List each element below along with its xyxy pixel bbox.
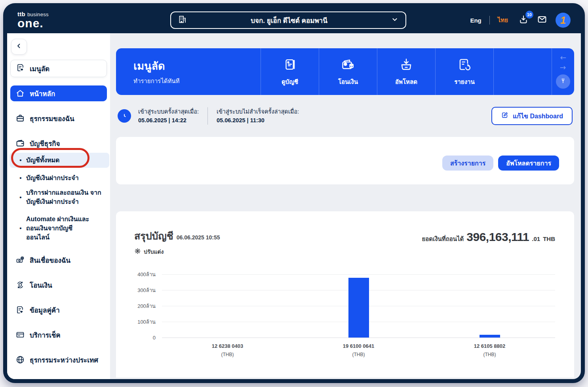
- gridline: [162, 274, 555, 275]
- create-transaction-button[interactable]: สร้างรายการ: [442, 156, 493, 171]
- sidebar-item-my-transactions[interactable]: ธุรกรรมของฉัน: [10, 110, 107, 126]
- sidebar-item-my-loans[interactable]: สินเชื่อของฉัน: [10, 252, 107, 268]
- wallet-icon: [15, 138, 25, 148]
- summary-timestamp: 06.06.2025 10:55: [177, 234, 220, 241]
- available-balance-label: ยอดเงินที่ถอนได้: [422, 234, 464, 244]
- sidebar-item-label: บริการเช็ค: [30, 330, 61, 340]
- download-count-badge: 10: [525, 11, 533, 19]
- quick-action-reports[interactable]: รายงาน: [435, 48, 493, 95]
- sidebar-item-transfer[interactable]: โอนเงิน: [10, 277, 107, 293]
- sidebar-item-deposit-withdraw-service[interactable]: บริการฝากและถอนเงิน จากบัญชีเงินฝากประจำ: [10, 188, 107, 206]
- category-label: 19 6100 0641(THB): [293, 343, 424, 357]
- sidebar-item-fixed-deposit-accounts[interactable]: บัญชีเงินฝากประจำ: [10, 173, 107, 182]
- sidebar-item-label: ธุรกรรมของฉัน: [30, 113, 74, 124]
- quick-action-transfer[interactable]: โอนเงิน: [319, 48, 377, 95]
- sidebar-item-home[interactable]: หน้าหลัก: [10, 85, 107, 101]
- shortcut-banner: เมนูลัด ทำรายการได้ทันที ดูบัญชี: [116, 48, 574, 95]
- chart-bar: [348, 278, 369, 338]
- customize-shortcuts-button[interactable]: [556, 74, 570, 89]
- transactions-actions-card: สร้างรายการ อัพโหลดรายการ: [116, 137, 574, 184]
- y-tick-label: 400ล้าน: [137, 270, 156, 279]
- sidebar-item-label: หน้าหลัก: [30, 88, 55, 99]
- profile-avatar[interactable]: 1: [556, 13, 571, 28]
- sidebar-item-label: เมนูลัด: [30, 63, 49, 74]
- cheque-card-icon: [15, 330, 25, 340]
- quick-action-label: โอนเงิน: [338, 77, 358, 87]
- last-failed-label: เข้าสู่ระบบไม่สำเร็จครั้งล่าสุดเมื่อ:: [217, 107, 299, 116]
- sidebar-item-automate-deposit-withdraw[interactable]: Automate ฝากเงินและ ถอนเงินจากบัญชี ออนไ…: [10, 214, 107, 242]
- chevron-left-icon: [15, 42, 23, 51]
- globe-icon: [15, 355, 25, 364]
- chevron-down-icon: [390, 15, 399, 25]
- last-login-info: เข้าสู่ระบบครั้งล่าสุดเมื่อ: 05.06.2025 …: [138, 107, 199, 125]
- customize-label: ปรับแต่ง: [144, 247, 164, 256]
- clipboard-heart-icon: [15, 305, 25, 315]
- sidebar-item-partner-info[interactable]: ข้อมูลคู่ค้า: [10, 302, 107, 318]
- chart-plot: [162, 274, 555, 338]
- sidebar-item-label: บัญชีธุรกิจ: [30, 138, 60, 149]
- company-selector[interactable]: บจก. ยูเอ็ก ดีไซต์ คอมพานี: [170, 11, 406, 29]
- sidebar-nav: หน้าหลัก ธุรกรรมของฉัน: [10, 85, 107, 368]
- y-tick-label: 0: [153, 335, 156, 341]
- passbook-icon: [282, 57, 297, 74]
- sidebar-item-label: บริการฝากและถอนเงิน จากบัญชีเงินฝากประจำ: [26, 188, 102, 206]
- bullet-dot: [17, 173, 25, 182]
- y-tick-label: 200ล้าน: [137, 302, 156, 310]
- wrench-icon: [559, 77, 567, 86]
- clock-icon: [118, 109, 131, 123]
- report-icon: [457, 57, 472, 74]
- quick-action-view-accounts[interactable]: ดูบัญชี: [261, 48, 319, 95]
- last-failed-time: 05.06.2025 | 11:30: [217, 116, 299, 125]
- clipboard-heart-icon: [16, 63, 25, 74]
- quick-action-label: อัพโหลด: [395, 77, 417, 87]
- sidebar-item-label: บัญชีทั้งหมด: [26, 156, 60, 165]
- sidebar-item-all-accounts[interactable]: บัญชีทั้งหมด: [10, 153, 109, 168]
- brand-sub-text: business: [27, 11, 49, 17]
- sidebar-item-shortcut-menu[interactable]: เมนูลัด: [10, 60, 107, 77]
- carousel-next-arrow[interactable]: [559, 64, 567, 71]
- main-content: เมนูลัด ทำรายการได้ทันที ดูบัญชี: [110, 33, 581, 379]
- account-summary-card: สรุปบัญชี 06.06.2025 10:55 ปรับแต่ง: [116, 211, 574, 378]
- sidebar-item-business-accounts[interactable]: บัญชีธุรกิจ: [10, 135, 107, 151]
- upload-tray-icon: [399, 57, 414, 74]
- messages-button[interactable]: [537, 14, 548, 27]
- last-failed-login-info: เข้าสู่ระบบไม่สำเร็จครั้งล่าสุดเมื่อ: 05…: [217, 107, 299, 125]
- gridline: [162, 338, 555, 338]
- mail-icon: [537, 14, 548, 27]
- edit-dashboard-label: แก้ไข Dashboard: [513, 111, 563, 121]
- login-info-row: เข้าสู่ระบบครั้งล่าสุดเมื่อ: 05.06.2025 …: [116, 107, 574, 125]
- y-tick-label: 100ล้าน: [137, 318, 156, 326]
- top-header: ttbbusiness one. บจก. ยูเอ็ก ดีไซต์ คอมพ…: [7, 7, 581, 33]
- sidebar-item-cheque-service[interactable]: บริการเช็ค: [10, 327, 107, 343]
- carousel-prev-arrow[interactable]: [559, 55, 567, 61]
- language-thai-toggle[interactable]: ไทย: [498, 15, 508, 25]
- quick-action-label: ดูบัญชี: [282, 77, 298, 87]
- language-eng-toggle[interactable]: Eng: [470, 17, 481, 24]
- upload-transaction-button[interactable]: อัพโหลดรายการ: [498, 156, 559, 171]
- wallet-plus-icon: [341, 57, 356, 74]
- login-info-divider: [207, 107, 208, 125]
- product-text: one.: [17, 17, 49, 29]
- category-label: 12 6105 8802(THB): [424, 343, 555, 357]
- summary-title: สรุปบัญชี: [134, 228, 173, 244]
- sidebar-item-international-transactions[interactable]: ธุรกรรมระหว่างประเทศ: [10, 352, 107, 368]
- language-divider: [489, 16, 490, 25]
- edit-dashboard-button[interactable]: แก้ไข Dashboard: [491, 107, 573, 125]
- banner-controls: [552, 48, 574, 95]
- customize-summary-button[interactable]: ปรับแต่ง: [134, 247, 220, 256]
- transfer-arrows-icon: [15, 280, 25, 290]
- banner-title: เมนูลัด: [133, 57, 261, 74]
- quick-action-empty-slot: [493, 48, 552, 95]
- sidebar-item-label: Automate ฝากเงินและ ถอนเงินจากบัญชี ออนไ…: [26, 214, 96, 242]
- collapse-sidebar-button[interactable]: [11, 39, 27, 55]
- banner-subtitle: ทำรายการได้ทันที: [133, 76, 261, 86]
- ttb-business-one-logo: ttbbusiness one.: [17, 11, 49, 29]
- quick-action-upload[interactable]: อัพโหลด: [377, 48, 435, 95]
- available-balance-amount: 396,163,111: [466, 230, 529, 244]
- downloads-button[interactable]: 10: [518, 14, 529, 26]
- available-balance: ยอดเงินที่ถอนได้ 396,163,111 .01 THB: [422, 228, 555, 244]
- y-tick-label: 300ล้าน: [137, 286, 156, 294]
- bullet-dot: [17, 224, 25, 233]
- home-icon: [15, 89, 25, 98]
- company-name: บจก. ยูเอ็ก ดีไซต์ คอมพานี: [192, 15, 386, 26]
